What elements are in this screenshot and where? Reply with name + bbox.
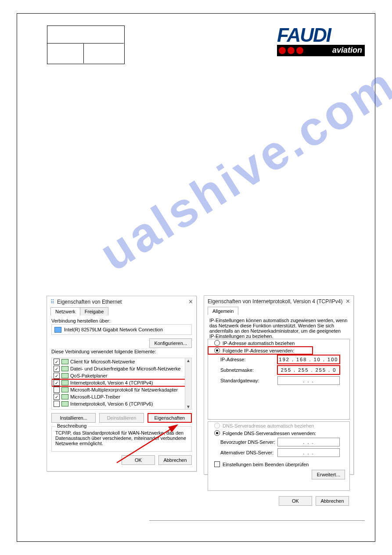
brand-subbar: aviation	[277, 45, 365, 56]
checkbox-validate[interactable]	[214, 461, 220, 467]
protocol-icon	[61, 373, 68, 378]
list-label: Diese Verbindung verwendet folgende Elem…	[51, 349, 156, 354]
adapter-field[interactable]: Intel(R) 82579LM Gigabit Network Connect…	[51, 324, 192, 335]
dialog-title: Eigenschaften von Ethernet	[57, 299, 122, 305]
advanced-button[interactable]: Erweitert...	[312, 470, 345, 479]
radio-icon	[214, 430, 220, 436]
list-item[interactable]: ✓QoS-Paketplaner	[52, 372, 191, 379]
radio-ip-auto[interactable]: IP-Adresse automatisch beziehen	[208, 339, 349, 347]
ip-input[interactable]: 192 . 168 . 10 . 100	[277, 355, 340, 364]
radio-ip-manual[interactable]: Folgende IP-Adresse verwenden:	[208, 347, 313, 354]
list-item-label: Internetprotokoll, Version 4 (TCP/IPv4)	[70, 380, 153, 385]
adapter-name: Intel(R) 82579LM Gigabit Network Connect…	[64, 327, 163, 332]
list-item[interactable]: ✓Internetprotokoll, Version 4 (TCP/IPv4)	[52, 379, 191, 386]
close-icon[interactable]: ×	[346, 297, 350, 305]
dot-icon	[296, 47, 303, 54]
dns2-input[interactable]: . . .	[277, 448, 340, 457]
close-icon[interactable]: ×	[189, 298, 193, 306]
dialog-title: Eigenschaften von Internetprotokoll, Ver…	[208, 298, 343, 305]
brand-name: FAUDI	[277, 26, 365, 44]
list-item-label: Datei- und Druckerfreigabe für Microsoft…	[70, 366, 180, 371]
scrollbar[interactable]: ▲ ▼	[185, 358, 191, 409]
list-item[interactable]: ✓Datei- und Druckerfreigabe für Microsof…	[52, 365, 191, 372]
ok-button[interactable]: OK	[279, 496, 312, 506]
ok-button[interactable]: OK	[122, 455, 155, 465]
list-item[interactable]: ✓Microsoft-LLDP-Treiber	[52, 393, 191, 400]
protocol-list[interactable]: ✓Client für Microsoft-Netzwerke✓Datei- u…	[51, 358, 192, 410]
network-icon: ⠿	[50, 299, 54, 305]
description-box: Beschreibung TCP/IP, das Standardprotoko…	[51, 426, 192, 452]
list-item[interactable]: Microsoft-Multiplexorprotokoll für Netzw…	[52, 386, 191, 393]
ethernet-properties-dialog: ⠿ Eigenschaften von Ethernet × Netzwerk …	[47, 296, 197, 472]
tab-network[interactable]: Netzwerk	[50, 307, 80, 316]
protocol-icon	[61, 359, 68, 364]
radio-icon	[214, 340, 220, 346]
checkbox-icon[interactable]: ✓	[54, 359, 60, 365]
checkbox-icon[interactable]	[54, 401, 60, 407]
list-item[interactable]: Internetprotokoll, Version 6 (TCP/IPv6)	[52, 400, 191, 407]
title-block-outline	[47, 25, 125, 64]
list-item-label: QoS-Paketplaner	[70, 373, 107, 378]
list-item-label: Internetprotokoll, Version 6 (TCP/IPv6)	[70, 401, 153, 406]
dot-icon	[288, 47, 295, 54]
configure-button[interactable]: Konfigurieren...	[149, 338, 192, 348]
nic-icon	[54, 327, 61, 333]
tab-sharing[interactable]: Freigabe	[80, 307, 108, 316]
gateway-input[interactable]: . . .	[277, 376, 340, 385]
description-text: TCP/IP, das Standardprotokoll für WAN-Ne…	[52, 427, 191, 446]
tab-general[interactable]: Allgemein	[208, 307, 238, 315]
ipv4-properties-dialog: Eigenschaften von Internetprotokoll, Ver…	[204, 295, 354, 475]
dns1-input[interactable]: . . .	[277, 438, 340, 446]
dns1-label: Bevorzugter DNS-Server:	[220, 439, 277, 445]
checkbox-icon[interactable]: ✓	[54, 394, 60, 400]
brand-subtitle: aviation	[332, 46, 362, 55]
cancel-button[interactable]: Abbrechen	[158, 455, 192, 465]
install-button[interactable]: Installieren...	[51, 413, 96, 423]
checkbox-icon[interactable]: ✓	[54, 366, 60, 372]
dns2-label: Alternativer DNS-Server:	[220, 450, 277, 455]
radio-dns-manual[interactable]: Folgende DNS-Serveradressen verwenden:	[208, 429, 349, 437]
list-item-label: Microsoft-Multiplexorprotokoll für Netzw…	[70, 387, 178, 392]
brand-logo: FAUDI aviation	[277, 26, 365, 56]
uninstall-button: Deinstallieren	[99, 413, 144, 423]
checkbox-icon[interactable]: ✓	[54, 373, 60, 379]
radio-icon	[214, 348, 220, 353]
dialog-titlebar[interactable]: ⠿ Eigenschaften von Ethernet ×	[47, 296, 196, 308]
list-item-label: Client für Microsoft-Netzwerke	[70, 359, 135, 364]
list-item-label: Microsoft-LLDP-Treiber	[70, 394, 120, 399]
title-block-vline	[83, 43, 84, 63]
chevron-up-icon[interactable]: ▲	[186, 358, 191, 363]
properties-button[interactable]: Eigenschaften	[147, 413, 192, 423]
title-block-hline	[47, 43, 124, 44]
dot-icon	[279, 47, 286, 54]
gateway-label: Standardgateway:	[220, 378, 277, 383]
mask-label: Subnetzmaske:	[220, 367, 277, 373]
radio-icon	[214, 423, 220, 428]
mask-input[interactable]: 255 . 255 . 255 . 0	[277, 366, 340, 374]
checkbox-icon[interactable]	[54, 387, 60, 393]
protocol-icon	[61, 380, 68, 385]
description-title: Beschreibung	[55, 423, 88, 428]
protocol-icon	[61, 394, 68, 399]
protocol-icon	[61, 387, 68, 392]
protocol-icon	[61, 401, 68, 406]
radio-dns-auto: DNS-Serveradresse automatisch beziehen	[208, 422, 349, 429]
connection-label: Verbindung herstellen über:	[51, 318, 192, 323]
list-item[interactable]: ✓Client für Microsoft-Netzwerke	[52, 358, 191, 365]
checkbox-icon[interactable]: ✓	[54, 380, 60, 386]
validate-label: Einstellungen beim Beenden überprüfen	[223, 462, 309, 467]
protocol-icon	[61, 366, 68, 371]
dialog-titlebar[interactable]: Eigenschaften von Internetprotokoll, Ver…	[204, 296, 353, 307]
chevron-down-icon[interactable]: ▼	[186, 404, 191, 409]
ip-label: IP-Adresse:	[220, 357, 277, 362]
footer-separator	[149, 520, 365, 521]
info-text: IP-Einstellungen können automatisch zuge…	[204, 315, 353, 339]
cancel-button[interactable]: Abbrechen	[316, 496, 349, 506]
